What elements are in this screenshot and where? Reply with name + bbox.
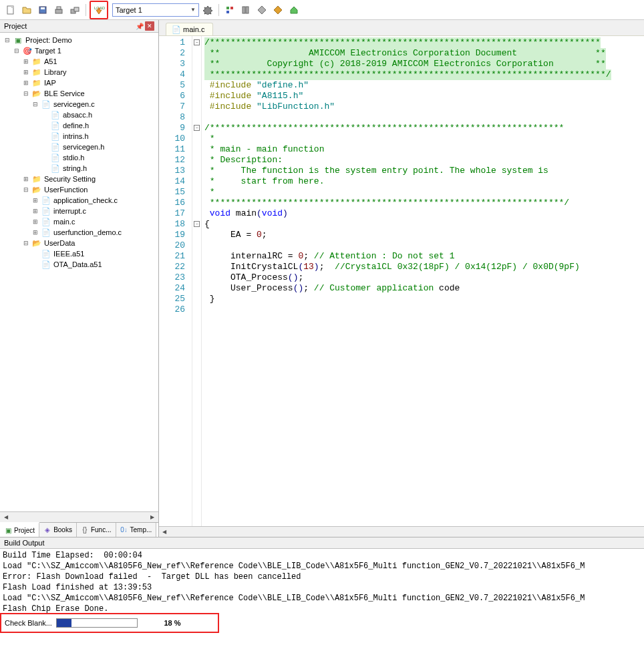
tree-file[interactable]: ⊟📄servicegen.c [1, 99, 157, 110]
svg-rect-9 [226, 7, 229, 9]
progress-percent: 18 % [139, 619, 206, 627]
tree-folder-userdata[interactable]: ⊟📂UserData [1, 238, 157, 248]
tree-file[interactable]: ⊞📄userfunction_demo.c [1, 227, 157, 238]
project-panel: Project 📌 ✕ ⊟▣Project: Demo ⊟🎯Target 1 ⊞… [0, 20, 159, 537]
svg-marker-15 [274, 6, 282, 14]
svg-rect-12 [243, 7, 245, 13]
tree-file[interactable]: 📄IEEE.a51 [1, 248, 157, 259]
line-number-gutter: 1234567891011121314151617181920212223242… [159, 36, 192, 526]
help-btn[interactable] [287, 3, 301, 17]
scroll-right-icon[interactable]: ▶ [148, 513, 157, 522]
open-file-btn[interactable] [19, 3, 34, 17]
svg-rect-7 [74, 7, 79, 11]
svg-rect-1 [11, 6, 13, 8]
tree-folder-ble-service[interactable]: ⊟📂BLE Service [1, 88, 157, 99]
build-output-text[interactable]: Build Time Elapsed: 00:00:04 Load "C:\\S… [0, 549, 644, 613]
tree-file[interactable]: ⊞📄application_check.c [1, 195, 157, 206]
tree-file[interactable]: 📄absacc.h [1, 110, 157, 120]
svg-marker-14 [258, 6, 266, 14]
tree-file[interactable]: 📄servicegen.h [1, 142, 157, 152]
load-download-btn[interactable]: LOAD [92, 3, 106, 17]
tab-functions[interactable]: {}Func... [77, 523, 116, 537]
build-output-panel: Build Output Build Time Elapsed: 00:00:0… [0, 537, 644, 613]
tree-file[interactable]: 📄stdio.h [1, 152, 157, 163]
debug-btn[interactable] [271, 3, 285, 17]
code-editor[interactable]: 1234567891011121314151617181920212223242… [159, 36, 644, 526]
svg-rect-10 [230, 7, 233, 9]
editor-tab-main-c[interactable]: 📄 main.c [166, 23, 213, 35]
tree-file[interactable]: ⊞📄interrupt.c [1, 206, 157, 216]
svg-rect-4 [55, 9, 62, 13]
tree-file[interactable]: 📄OTA_Data.a51 [1, 259, 157, 270]
tree-folder-a51[interactable]: ⊞📁A51 [1, 56, 157, 67]
editor-hscroll[interactable]: ◀ [159, 526, 644, 537]
fold-gutter[interactable]: − − − [192, 36, 202, 526]
tree-file[interactable]: 📄intrins.h [1, 131, 157, 142]
chevron-down-icon: ▼ [190, 7, 196, 13]
file-icon: 📄 [172, 25, 180, 33]
tree-folder-userfunction[interactable]: ⊟📂UserFunction [1, 184, 157, 195]
tree-file[interactable]: ⊞📄main.c [1, 216, 157, 227]
editor-tab-label: main.c [183, 25, 204, 33]
tree-folder-security[interactable]: ⊞📁Security Setting [1, 174, 157, 184]
tab-project[interactable]: ▣Project [0, 522, 39, 537]
project-tree[interactable]: ⊟▣Project: Demo ⊟🎯Target 1 ⊞📁A51 ⊞📁Libra… [0, 33, 158, 511]
close-icon[interactable]: ✕ [145, 21, 154, 31]
progress-highlight: Check Blank... 18 % [0, 613, 219, 633]
tree-file[interactable]: 📄string.h [1, 163, 157, 174]
project-panel-title: Project [4, 22, 27, 30]
project-tree-hscroll[interactable]: ◀ ▶ [0, 511, 158, 522]
options-btn[interactable] [200, 3, 215, 17]
build-output-title: Build Output [0, 537, 644, 549]
progress-label: Check Blank... [3, 619, 55, 627]
pin-icon[interactable]: 📌 [136, 23, 144, 30]
scroll-left-icon[interactable]: ◀ [1, 513, 11, 522]
load-button-highlight: LOAD [90, 1, 108, 19]
books-btn[interactable] [238, 3, 253, 17]
svg-rect-11 [226, 11, 229, 13]
svg-rect-3 [41, 7, 45, 9]
manage-components-btn[interactable] [222, 3, 237, 17]
progress-bar-area: Check Blank... 18 % [3, 616, 216, 630]
scroll-left-icon[interactable]: ◀ [159, 527, 170, 537]
tree-project-root[interactable]: ⊟▣Project: Demo [1, 35, 157, 45]
progress-bar [56, 618, 138, 628]
tree-file[interactable]: 📄define.h [1, 120, 157, 131]
new-file-btn[interactable] [3, 3, 18, 17]
rebuild-btn[interactable] [67, 3, 82, 17]
editor-tab-bar: 📄 main.c [159, 20, 644, 36]
build-btn[interactable] [51, 3, 66, 17]
tab-templates[interactable]: 0↓Temp... [116, 523, 157, 537]
svg-rect-13 [246, 7, 249, 13]
svg-rect-5 [57, 7, 61, 9]
target-selector-value: Target 1 [116, 6, 142, 14]
progress-fill [57, 619, 71, 627]
tree-folder-iap[interactable]: ⊞📁IAP [1, 77, 157, 88]
tree-target[interactable]: ⊟🎯Target 1 [1, 45, 157, 56]
target-selector[interactable]: Target 1 ▼ [112, 3, 199, 17]
configure-flash-btn[interactable] [255, 3, 269, 17]
tab-books[interactable]: ◈Books [39, 523, 77, 537]
save-all-btn[interactable] [35, 3, 50, 17]
project-panel-tabs: ▣Project ◈Books {}Func... 0↓Temp... [0, 522, 158, 537]
editor-area: 📄 main.c 1234567891011121314151617181920… [159, 20, 644, 537]
code-content[interactable]: /***************************************… [202, 36, 644, 526]
project-panel-title-bar: Project 📌 ✕ [0, 20, 158, 33]
tree-folder-library[interactable]: ⊞📁Library [1, 67, 157, 77]
main-toolbar: LOAD Target 1 ▼ [0, 0, 644, 20]
